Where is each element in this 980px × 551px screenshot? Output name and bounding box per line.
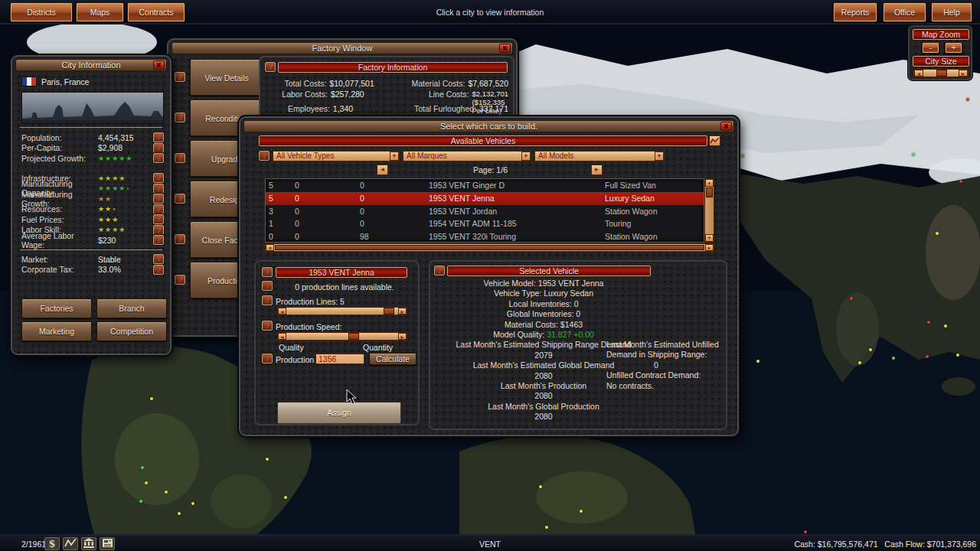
slider-right-icon[interactable]: ►: [398, 333, 407, 340]
help-icon[interactable]: ?: [153, 265, 164, 275]
city-marker[interactable]: [892, 357, 895, 360]
city-marker[interactable]: [804, 530, 807, 533]
city-marker[interactable]: [756, 360, 760, 363]
help-icon[interactable]: ?: [175, 153, 185, 163]
city-marker[interactable]: [944, 324, 947, 328]
slider-left-icon[interactable]: ◄: [914, 70, 923, 77]
help-icon[interactable]: ?: [153, 214, 164, 224]
table-row[interactable]: 1 0 0 1954 VENT ADM 11-185 Touring: [266, 217, 704, 230]
assign-button[interactable]: Assign: [277, 402, 401, 424]
city-marker[interactable]: [191, 502, 194, 505]
city-marker[interactable]: [927, 321, 930, 324]
city-marker[interactable]: [926, 355, 929, 358]
help-icon[interactable]: ?: [262, 295, 273, 305]
city-marker[interactable]: [966, 98, 969, 101]
help-icon[interactable]: ?: [262, 281, 273, 291]
view-details-button[interactable]: View Details: [190, 59, 263, 96]
help-icon[interactable]: ?: [434, 266, 445, 276]
table-row[interactable]: 0 0 98 1955 VENT 320i Touring Station Wa…: [266, 230, 704, 243]
city-marker[interactable]: [912, 153, 915, 156]
help-icon[interactable]: ?: [175, 72, 185, 82]
help-icon[interactable]: ?: [262, 321, 273, 331]
close-icon[interactable]: ×: [153, 60, 165, 70]
city-marker[interactable]: [858, 361, 861, 364]
city-marker[interactable]: [150, 397, 153, 400]
office-button[interactable]: Office: [883, 2, 926, 22]
city-marker[interactable]: [141, 466, 144, 469]
city-marker[interactable]: [545, 526, 548, 529]
scroll-down-icon[interactable]: ▼: [705, 234, 714, 242]
city-marker[interactable]: [959, 180, 962, 183]
marque-dropdown[interactable]: All Marques ▼: [403, 151, 531, 161]
reports-button[interactable]: Reports: [833, 2, 877, 22]
city-marker[interactable]: [266, 458, 269, 461]
city-size-slider-handle[interactable]: [936, 70, 947, 77]
help-icon[interactable]: ?: [175, 234, 185, 244]
help-icon[interactable]: ?: [175, 194, 185, 204]
horizontal-scrollbar[interactable]: ◄ ►: [265, 243, 714, 252]
branch-button[interactable]: Branch: [96, 298, 167, 318]
city-marker[interactable]: [539, 485, 542, 488]
city-marker[interactable]: [178, 512, 181, 515]
zoom-in-button[interactable]: +: [945, 42, 962, 54]
calculate-button[interactable]: Calculate: [369, 353, 416, 365]
city-marker[interactable]: [956, 354, 959, 357]
production-lines-slider[interactable]: ◄ ►: [277, 307, 407, 315]
zoom-out-button[interactable]: -: [922, 42, 939, 54]
slider-right-icon[interactable]: ►: [959, 70, 968, 77]
scroll-up-icon[interactable]: ▲: [705, 179, 714, 187]
city-marker[interactable]: [284, 496, 287, 499]
help-icon[interactable]: ?: [153, 184, 164, 194]
city-marker[interactable]: [850, 297, 853, 300]
factories-button[interactable]: Factories: [21, 298, 92, 318]
help-icon[interactable]: ?: [153, 254, 164, 264]
slider-left-icon[interactable]: ◄: [278, 308, 286, 315]
chevron-down-icon[interactable]: ▼: [521, 152, 531, 161]
scroll-left-icon[interactable]: ◄: [266, 244, 274, 251]
help-icon[interactable]: ?: [175, 112, 185, 122]
help-icon[interactable]: ?: [262, 354, 273, 364]
city-marker[interactable]: [580, 510, 583, 513]
table-row[interactable]: 3 0 0 1953 VENT Jordan Station Wagon: [266, 205, 704, 218]
help-button[interactable]: Help: [931, 2, 972, 22]
city-marker[interactable]: [145, 481, 148, 484]
help-icon[interactable]: ?: [153, 225, 164, 235]
slider-right-icon[interactable]: ►: [398, 308, 407, 315]
competition-button[interactable]: Competition: [96, 321, 167, 341]
page-next-icon[interactable]: ►: [591, 165, 603, 175]
city-marker[interactable]: [139, 500, 142, 503]
help-icon[interactable]: ?: [153, 204, 164, 214]
table-row-selected[interactable]: 5 0 0 1953 VENT Jenna Luxury Sedan: [266, 192, 704, 205]
close-icon[interactable]: ×: [499, 44, 511, 53]
chevron-down-icon[interactable]: ▼: [390, 152, 399, 161]
production-lines-handle[interactable]: [384, 308, 394, 315]
help-icon[interactable]: ?: [265, 62, 276, 72]
city-size-slider[interactable]: ◄ ►: [913, 69, 969, 77]
city-marker[interactable]: [741, 155, 744, 158]
scroll-handle[interactable]: [275, 245, 704, 250]
help-icon[interactable]: ?: [259, 151, 270, 161]
scroll-handle[interactable]: [706, 187, 713, 197]
help-icon[interactable]: ?: [153, 235, 164, 245]
city-marker[interactable]: [869, 348, 872, 351]
help-icon[interactable]: ?: [175, 275, 185, 285]
close-icon[interactable]: ×: [720, 122, 732, 131]
help-icon[interactable]: ?: [153, 143, 164, 153]
help-icon[interactable]: ?: [153, 153, 164, 163]
city-marker[interactable]: [936, 232, 939, 235]
slider-left-icon[interactable]: ◄: [278, 333, 286, 340]
city-marker[interactable]: [165, 491, 168, 494]
production-input[interactable]: [315, 354, 364, 364]
vertical-scrollbar[interactable]: ▲ ▼: [704, 178, 714, 243]
help-icon[interactable]: ?: [153, 194, 164, 204]
marketing-button[interactable]: Marketing: [21, 321, 92, 341]
production-speed-slider[interactable]: ◄ ►: [277, 332, 407, 341]
model-dropdown[interactable]: All Models ▼: [534, 151, 665, 161]
help-icon[interactable]: ?: [153, 132, 164, 142]
vehicle-type-dropdown[interactable]: All Vehicle Types ▼: [273, 151, 400, 161]
production-speed-handle[interactable]: [348, 333, 359, 340]
table-row[interactable]: 5 0 0 1953 VENT Ginger D Full Sized Van: [266, 179, 704, 192]
help-icon[interactable]: ?: [262, 267, 273, 277]
help-icon[interactable]: ?: [153, 173, 164, 183]
chart-icon[interactable]: [709, 135, 720, 146]
